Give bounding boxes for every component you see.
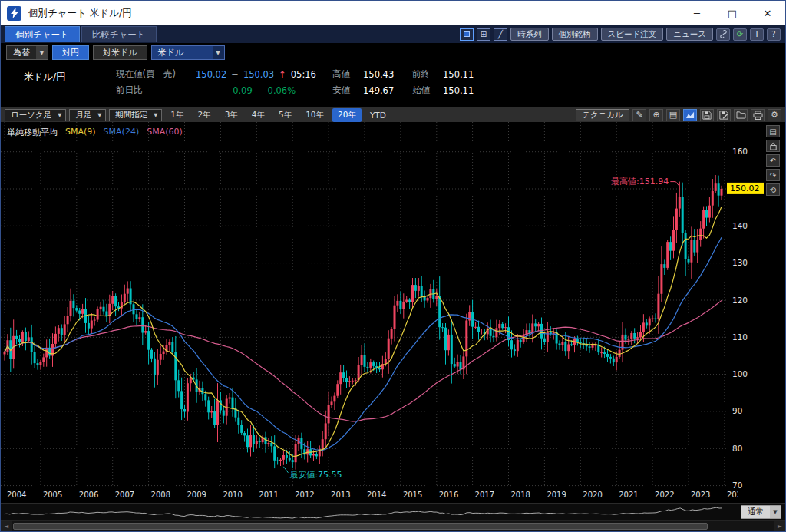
legend-sma9: SMA(9) [65,127,96,138]
period-2y[interactable]: 2年 [192,108,216,122]
interval-dropdown[interactable]: 月足▼ [69,109,106,121]
news-button[interactable]: ニュース [666,28,713,41]
scroll-left-icon[interactable]: ◄ [1,521,12,531]
range-dropdown[interactable]: 期間指定▼ [109,109,162,121]
folder-icon[interactable] [734,109,748,121]
prev-close-value: 150.11 [443,69,492,80]
zoom-icon[interactable]: ⊕ [649,109,663,121]
technical-button[interactable]: テクニカル [576,109,629,121]
svg-text:2024: 2024 [727,491,746,499]
symbol-control-row: 為替 ▼ 対円 対米ドル 米ドル ▼ [1,43,785,62]
draw-line-icon[interactable]: ╱ [494,28,507,41]
time-series-button[interactable]: 時系列 [510,28,549,41]
tab-label: 比較チャート [92,29,146,41]
svg-text:150.02: 150.02 [730,183,760,193]
scroll-right-icon[interactable]: ► [774,521,785,531]
title-bar: 個別チャート 米ドル/円 ─ □ ✕ [1,1,785,25]
symbol-dropdown[interactable]: 米ドル ▼ [151,45,225,60]
chart-area: 7080901001101201301401501602004200520062… [1,122,785,503]
quote-time: 05:16 [291,69,316,80]
tab-individual-chart[interactable]: 個別チャート [5,26,80,42]
market-dropdown-label: 為替 [13,47,30,58]
speed-order-button[interactable]: スピード注文 [601,28,664,41]
vs-yen-button[interactable]: 対円 [52,45,89,60]
period-3y[interactable]: 3年 [220,108,243,122]
change-label: 前日比 [116,84,196,96]
svg-text:140: 140 [732,221,748,230]
period-10y[interactable]: 10年 [300,108,329,122]
chart-navigator: 通常 ▼ [1,503,785,520]
symbol-dropdown-label: 米ドル [158,47,184,58]
scrollbar-thumb[interactable] [13,523,708,530]
chevron-down-icon: ▼ [213,46,224,59]
export-table-icon[interactable]: ▤ [766,125,780,137]
grid-pane-icon[interactable]: ⊞ [477,28,490,41]
svg-text:160: 160 [732,147,748,156]
link-icon[interactable] [716,28,730,41]
undo-icon[interactable]: ↶ [766,154,780,167]
area-chart-icon[interactable] [683,109,697,121]
close-button[interactable]: ✕ [750,1,785,25]
app-window: 個別チャート 米ドル/円 ─ □ ✕ 個別チャート 比較チャート ⊞ ╱ 時系列… [0,0,786,532]
settings-gear-icon[interactable]: ⚙ [768,109,781,121]
svg-text:2023: 2023 [691,491,710,499]
svg-text:2005: 2005 [43,491,62,499]
display-mode-dropdown[interactable]: 通常 ▼ [741,505,781,519]
save-as-icon[interactable] [717,109,731,121]
up-arrow-icon: ↑ [279,69,286,80]
period-5y[interactable]: 5年 [273,108,297,122]
chart-type-dropdown[interactable]: ローソク足▼ [5,109,66,121]
chart-toolbar: ローソク足▼ 月足▼ 期間指定▼ 1年 2年 3年 4年 5年 10年 20年 … [1,107,785,122]
text-tool-icon[interactable]: T [750,28,764,41]
period-1y[interactable]: 1年 [165,108,189,122]
change-value: -0.09 [230,85,253,96]
bid-ask-separator: − [231,69,239,80]
svg-text:最高値:151.94: 最高値:151.94 [611,177,669,187]
svg-text:100: 100 [732,369,748,378]
horizontal-scrollbar: ◄ ► [1,520,785,531]
navigator-chart[interactable] [1,504,728,520]
tabbar-right-tools: ⊞ ╱ 時系列 個別銘柄 スピード注文 ニュース ⟳ T ? [460,28,785,41]
candlestick-chart[interactable]: 7080901001101201301401501602004200520062… [1,122,786,503]
chevron-down-icon: ▼ [97,112,101,118]
period-ytd[interactable]: YTD [365,109,391,121]
tab-bar: 個別チャート 比較チャート ⊞ ╱ 時系列 個別銘柄 スピード注文 ニュース ⟳… [1,25,785,43]
svg-text:2018: 2018 [511,491,530,499]
draw-pencil-icon[interactable]: ✎ [632,109,646,121]
svg-text:2019: 2019 [547,491,566,499]
lock-icon[interactable] [766,140,780,152]
maximize-button[interactable]: □ [715,1,750,25]
redo-icon[interactable]: ↷ [766,169,780,181]
svg-text:70: 70 [732,481,742,490]
svg-text:最安値:75.55: 最安値:75.55 [289,470,342,480]
prev-close-label: 前終 [412,68,443,80]
help-icon[interactable]: ? [767,28,781,41]
reset-icon[interactable]: ⟲ [766,183,780,196]
print-icon[interactable] [751,109,765,121]
bar-chart-icon[interactable]: ▤ [666,109,680,121]
minimize-button[interactable]: ─ [679,1,715,25]
chevron-down-icon: ▼ [154,112,157,118]
save-icon[interactable] [700,109,714,121]
quote-grid: 現在値(買 - 売) 150.02 − 150.03 ↑ 05:16 高値 15… [116,66,492,107]
vs-usd-button[interactable]: 対米ドル [93,45,147,60]
period-4y[interactable]: 4年 [246,108,270,122]
individual-symbol-button[interactable]: 個別銘柄 [552,28,598,41]
tab-compare-chart[interactable]: 比較チャート [81,26,157,42]
chevron-down-icon: ▼ [58,112,61,118]
svg-text:2008: 2008 [151,491,170,499]
svg-text:2007: 2007 [115,491,134,499]
svg-text:2014: 2014 [367,491,386,499]
window-title: 個別チャート 米ドル/円 [28,7,132,20]
low-value: 149.67 [363,85,412,96]
market-dropdown[interactable]: 為替 ▼ [6,45,48,60]
svg-text:2016: 2016 [439,491,458,499]
single-pane-icon[interactable] [460,28,474,41]
quote-panel: 米ドル/円 現在値(買 - 売) 150.02 − 150.03 ↑ 05:16… [1,62,785,107]
period-20y[interactable]: 20年 [332,108,362,122]
open-value: 150.11 [443,85,492,96]
refresh-icon[interactable]: ⟳ [733,28,747,41]
svg-text:2013: 2013 [331,491,350,499]
svg-text:2017: 2017 [475,491,494,499]
svg-text:2004: 2004 [7,491,26,499]
